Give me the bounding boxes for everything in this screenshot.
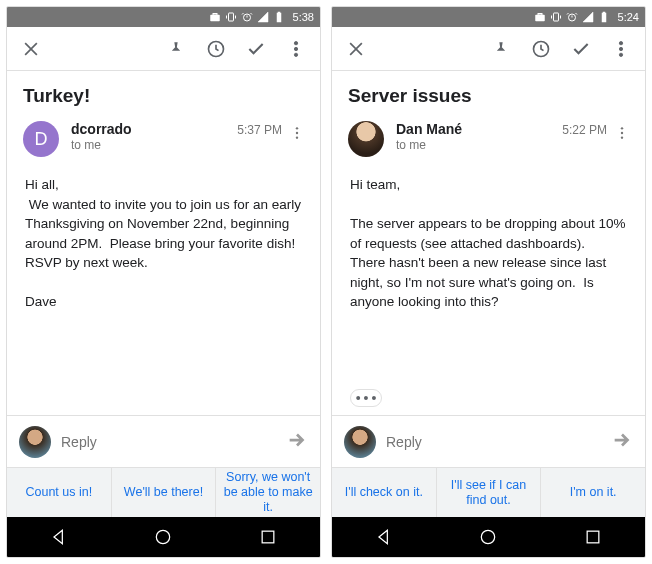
message-header[interactable]: Dan Mané to me 5:22 PM bbox=[332, 117, 645, 161]
my-avatar bbox=[19, 426, 51, 458]
svg-line-8 bbox=[250, 13, 252, 15]
message-time: 5:22 PM bbox=[562, 123, 607, 137]
pin-button[interactable] bbox=[156, 29, 196, 69]
reply-input[interactable]: Reply bbox=[61, 434, 276, 450]
vibrate-icon bbox=[550, 11, 562, 23]
svg-rect-10 bbox=[278, 12, 280, 13]
nav-overview-button[interactable] bbox=[569, 517, 617, 557]
svg-point-38 bbox=[619, 53, 622, 56]
close-button[interactable] bbox=[336, 29, 376, 69]
expand-quoted-button[interactable]: ••• bbox=[350, 389, 382, 407]
svg-point-40 bbox=[621, 132, 623, 134]
svg-rect-2 bbox=[228, 13, 233, 21]
svg-line-7 bbox=[242, 13, 244, 15]
svg-rect-21 bbox=[262, 531, 274, 543]
phone-screen-right: 5:24 Server issues Dan Mané to me 5:22 P… bbox=[331, 6, 646, 558]
nav-home-button[interactable] bbox=[464, 517, 512, 557]
svg-rect-32 bbox=[603, 12, 605, 13]
svg-point-19 bbox=[296, 136, 298, 138]
svg-point-20 bbox=[157, 530, 170, 543]
status-bar: 5:24 bbox=[332, 7, 645, 27]
svg-rect-31 bbox=[602, 13, 606, 22]
status-bar: 5:38 bbox=[7, 7, 320, 27]
nav-bar bbox=[7, 517, 320, 557]
message-overflow-button[interactable] bbox=[607, 121, 637, 141]
status-time: 5:38 bbox=[293, 11, 314, 23]
reply-row: Reply bbox=[332, 415, 645, 467]
status-time: 5:24 bbox=[618, 11, 639, 23]
battery-icon bbox=[273, 11, 285, 23]
smart-reply-chip[interactable]: I'm on it. bbox=[540, 468, 645, 517]
svg-point-17 bbox=[296, 127, 298, 129]
recipient-line: to me bbox=[71, 138, 237, 152]
sender-avatar bbox=[348, 121, 384, 157]
svg-rect-9 bbox=[277, 13, 281, 22]
sender-avatar: D bbox=[23, 121, 59, 157]
send-arrow-icon[interactable] bbox=[286, 429, 308, 455]
svg-point-39 bbox=[621, 127, 623, 129]
smart-reply-bar: Count us in! We'll be there! Sorry, we w… bbox=[7, 467, 320, 517]
close-button[interactable] bbox=[11, 29, 51, 69]
svg-rect-22 bbox=[535, 15, 544, 21]
my-avatar bbox=[344, 426, 376, 458]
svg-point-42 bbox=[482, 530, 495, 543]
svg-rect-1 bbox=[213, 14, 217, 16]
reply-row: Reply bbox=[7, 415, 320, 467]
smart-reply-bar: I'll check on it. I'll see if I can find… bbox=[332, 467, 645, 517]
briefcase-icon bbox=[209, 11, 221, 23]
done-button[interactable] bbox=[561, 29, 601, 69]
alarm-icon bbox=[566, 11, 578, 23]
smart-reply-chip[interactable]: I'll check on it. bbox=[332, 468, 436, 517]
svg-line-29 bbox=[567, 13, 569, 15]
nav-overview-button[interactable] bbox=[244, 517, 292, 557]
smart-reply-chip[interactable]: We'll be there! bbox=[111, 468, 216, 517]
svg-point-41 bbox=[621, 136, 623, 138]
battery-icon bbox=[598, 11, 610, 23]
overflow-button[interactable] bbox=[601, 29, 641, 69]
alarm-icon bbox=[241, 11, 253, 23]
smart-reply-chip[interactable]: Sorry, we won't be able to make it. bbox=[215, 468, 320, 517]
svg-point-16 bbox=[294, 53, 297, 56]
svg-point-37 bbox=[619, 47, 622, 50]
email-subject: Turkey! bbox=[7, 71, 320, 117]
vibrate-icon bbox=[225, 11, 237, 23]
overflow-button[interactable] bbox=[276, 29, 316, 69]
sender-name: Dan Mané bbox=[396, 121, 562, 137]
message-overflow-button[interactable] bbox=[282, 121, 312, 141]
message-body: Hi team, The server appears to be droppi… bbox=[332, 161, 645, 389]
signal-icon bbox=[257, 11, 269, 23]
svg-point-15 bbox=[294, 47, 297, 50]
briefcase-icon bbox=[534, 11, 546, 23]
nav-back-button[interactable] bbox=[35, 517, 83, 557]
snooze-button[interactable] bbox=[521, 29, 561, 69]
sender-name: dcorrado bbox=[71, 121, 237, 137]
message-body: Hi all, We wanted to invite you to join … bbox=[7, 161, 320, 415]
svg-rect-43 bbox=[587, 531, 599, 543]
svg-point-14 bbox=[294, 41, 297, 44]
message-header[interactable]: D dcorrado to me 5:37 PM bbox=[7, 117, 320, 161]
toolbar bbox=[332, 27, 645, 71]
phone-screen-left: 5:38 Turkey! D dcorrado to me 5:37 PM Hi… bbox=[6, 6, 321, 558]
done-button[interactable] bbox=[236, 29, 276, 69]
svg-point-18 bbox=[296, 132, 298, 134]
pin-button[interactable] bbox=[481, 29, 521, 69]
svg-rect-24 bbox=[553, 13, 558, 21]
email-subject: Server issues bbox=[332, 71, 645, 117]
message-time: 5:37 PM bbox=[237, 123, 282, 137]
signal-icon bbox=[582, 11, 594, 23]
snooze-button[interactable] bbox=[196, 29, 236, 69]
svg-rect-23 bbox=[538, 14, 542, 16]
nav-bar bbox=[332, 517, 645, 557]
reply-input[interactable]: Reply bbox=[386, 434, 601, 450]
svg-line-30 bbox=[575, 13, 577, 15]
toolbar bbox=[7, 27, 320, 71]
nav-home-button[interactable] bbox=[139, 517, 187, 557]
send-arrow-icon[interactable] bbox=[611, 429, 633, 455]
smart-reply-chip[interactable]: Count us in! bbox=[7, 468, 111, 517]
svg-rect-0 bbox=[210, 15, 219, 21]
smart-reply-chip[interactable]: I'll see if I can find out. bbox=[436, 468, 541, 517]
nav-back-button[interactable] bbox=[360, 517, 408, 557]
recipient-line: to me bbox=[396, 138, 562, 152]
svg-point-36 bbox=[619, 41, 622, 44]
